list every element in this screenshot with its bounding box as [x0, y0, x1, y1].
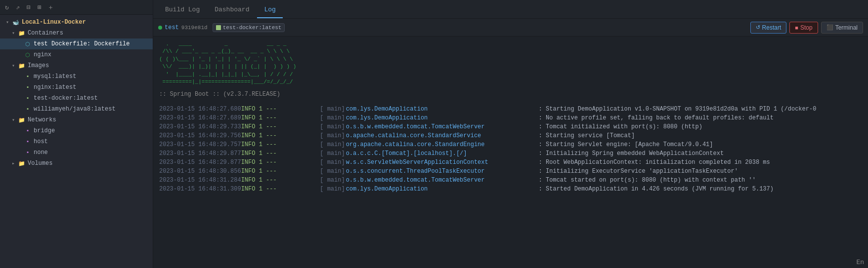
- images-label: Images: [28, 62, 49, 69]
- containers-icon: 📁: [18, 30, 26, 37]
- network-icon-none: ▪: [24, 149, 32, 156]
- stop-button[interactable]: ■ Stop: [789, 22, 818, 34]
- image-icon-williamyeh: ▪: [24, 106, 32, 113]
- add-icon[interactable]: ＋: [46, 3, 54, 11]
- container-status-dot: [158, 26, 162, 30]
- sidebar: ↻ ⇗ ⊟ ⊞ ＋ 🐋 Local-Linux-Docker 📁 Contain…: [0, 0, 153, 268]
- layout-icon[interactable]: ⊞: [36, 3, 43, 11]
- sidebar-item-image-testdocker[interactable]: ▪ test-docker:latest: [0, 93, 153, 104]
- root-label: Local-Linux-Docker: [22, 19, 86, 26]
- tab-dashboard[interactable]: Dashboard: [208, 1, 256, 18]
- sidebar-item-image-nginx[interactable]: ▪ nginx:latest: [0, 82, 153, 93]
- log-line: 2023-01-15 16:48:31.284 INFO 1 --- [ mai…: [159, 176, 862, 185]
- tab-bar: Build Log Dashboard Log: [153, 0, 868, 19]
- sidebar-item-network-bridge[interactable]: ▪ bridge: [0, 125, 153, 136]
- image-sq-icon: [216, 25, 221, 30]
- log-line: 2023-01-15 16:48:29.877 INFO 1 --- [ mai…: [159, 149, 862, 158]
- sidebar-item-root[interactable]: 🐋 Local-Linux-Docker: [0, 17, 153, 28]
- sidebar-item-images[interactable]: 📁 Images: [0, 60, 153, 71]
- log-line: 2023-01-15 16:48:29.756 INFO 1 --- [ mai…: [159, 131, 862, 140]
- spring-version: :: Spring Boot :: (v2.3.7.RELEASE): [159, 90, 862, 99]
- sidebar-item-network-none[interactable]: ▪ none: [0, 147, 153, 158]
- log-ts: 2023-01-15 16:48:29.756: [159, 131, 241, 140]
- tab-build-log[interactable]: Build Log: [158, 1, 207, 18]
- spring-banner: . ____ _ __ _ _ /\\ / ___'_ __ _ _(_)_ _…: [159, 40, 862, 86]
- network-label-host: host: [34, 138, 48, 145]
- log-class: o.s.b.w.embedded.tomcat.TomcatWebServer: [346, 122, 539, 131]
- filter-icon[interactable]: ⊟: [25, 3, 33, 11]
- log-level: INFO 1 ---: [241, 105, 277, 114]
- docker-icon: 🐋: [12, 19, 20, 26]
- containers-arrow: [12, 30, 18, 36]
- root-arrow: [6, 19, 12, 25]
- log-thread: [ main]: [277, 176, 346, 185]
- log-class: org.apache.catalina.core.StandardEngine: [346, 140, 539, 149]
- sidebar-item-container-nginx[interactable]: ⬡ nginx: [0, 49, 153, 60]
- volumes-folder-icon: 📁: [18, 160, 26, 167]
- network-label-none: none: [34, 149, 48, 156]
- log-ts: 2023-01-15 16:48:29.877: [159, 158, 241, 167]
- log-level: INFO 1 ---: [241, 149, 277, 158]
- log-msg: : Starting Servlet engine: [Apache Tomca…: [539, 140, 862, 149]
- sidebar-item-container-dockerfile[interactable]: ⬡ test Dockerfile: Dockerfile: [0, 38, 153, 49]
- volumes-label: Volumes: [28, 160, 52, 167]
- container-hash: 9319e81d: [181, 25, 208, 31]
- images-folder-icon: 📁: [18, 62, 26, 69]
- log-class: o.apache.catalina.core.StandardService: [346, 131, 539, 140]
- log-ts: 2023-01-15 16:48:29.733: [159, 122, 241, 131]
- log-level: INFO 1 ---: [241, 114, 277, 122]
- container-icon-0: ⬡: [24, 40, 32, 47]
- image-name: test-docker:latest: [223, 25, 282, 31]
- log-class: com.lys.DemoApplication: [346, 114, 539, 122]
- log-line: 2023-01-15 16:48:27.680 INFO 1 --- [ mai…: [159, 105, 862, 114]
- image-label-mysql: mysql:latest: [34, 73, 76, 80]
- refresh-icon[interactable]: ↻: [3, 3, 11, 11]
- network-icon-bridge: ▪: [24, 127, 32, 134]
- sidebar-item-containers[interactable]: 📁 Containers: [0, 28, 153, 38]
- log-line: 2023-01-15 16:48:27.689 INFO 1 --- [ mai…: [159, 114, 862, 122]
- sidebar-item-image-mysql[interactable]: ▪ mysql:latest: [0, 71, 153, 82]
- log-content[interactable]: . ____ _ __ _ _ /\\ / ___'_ __ _ _(_)_ _…: [153, 37, 868, 268]
- log-ts: 2023-01-15 16:48:27.680: [159, 105, 241, 114]
- log-line: 2023-01-15 16:48:31.309 INFO 1 --- [ mai…: [159, 185, 862, 193]
- sidebar-item-networks[interactable]: 📁 Networks: [0, 115, 153, 125]
- sidebar-item-image-williamyeh[interactable]: ▪ williamyeh/java8:latest: [0, 104, 153, 115]
- sidebar-toolbar: ↻ ⇗ ⊟ ⊞ ＋: [0, 0, 153, 15]
- log-thread: [ main]: [277, 158, 346, 167]
- tab-log[interactable]: Log: [257, 1, 282, 18]
- log-class: com.lys.DemoApplication: [346, 185, 539, 193]
- terminal-button[interactable]: ⬛ Terminal: [821, 22, 863, 34]
- network-label-bridge: bridge: [34, 127, 55, 134]
- log-lines: 2023-01-15 16:48:27.680 INFO 1 --- [ mai…: [159, 105, 862, 193]
- sidebar-item-volumes[interactable]: 📁 Volumes: [0, 158, 153, 169]
- sidebar-item-network-host[interactable]: ▪ host: [0, 136, 153, 147]
- log-level: INFO 1 ---: [241, 185, 277, 193]
- log-line: 2023-01-15 16:48:29.757 INFO 1 --- [ mai…: [159, 140, 862, 149]
- log-thread: [ main]: [277, 140, 346, 149]
- container-icon-1: ⬡: [24, 51, 32, 58]
- log-msg: : Root WebApplicationContext: initializa…: [539, 158, 862, 167]
- stop-icon: ■: [795, 25, 798, 31]
- containers-label: Containers: [28, 30, 63, 37]
- image-label-testdocker: test-docker:latest: [34, 95, 98, 102]
- log-ts: 2023-01-15 16:48:29.757: [159, 140, 241, 149]
- log-thread: [ main]: [277, 149, 346, 158]
- log-line: 2023-01-15 16:48:30.856 INFO 1 --- [ mai…: [159, 167, 862, 176]
- sidebar-tree: 🐋 Local-Linux-Docker 📁 Containers ⬡ test…: [0, 15, 153, 268]
- restart-button[interactable]: ↺ Restart: [750, 22, 787, 34]
- lang-indicator: En: [856, 259, 864, 266]
- log-thread: [ main]: [277, 185, 346, 193]
- log-thread: [ main]: [277, 167, 346, 176]
- log-msg: : Starting service [Tomcat]: [539, 131, 862, 140]
- networks-arrow: [12, 117, 18, 123]
- log-level: INFO 1 ---: [241, 140, 277, 149]
- volumes-arrow: [12, 160, 18, 166]
- log-ts: 2023-01-15 16:48:30.856: [159, 167, 241, 176]
- link-icon[interactable]: ⇗: [14, 3, 22, 11]
- main-panel: Build Log Dashboard Log test 9319e81d te…: [153, 0, 868, 268]
- log-ts: 2023-01-15 16:48:29.877: [159, 149, 241, 158]
- log-ts: 2023-01-15 16:48:31.284: [159, 176, 241, 185]
- log-level: INFO 1 ---: [241, 131, 277, 140]
- log-level: INFO 1 ---: [241, 122, 277, 131]
- image-icon-testdocker: ▪: [24, 95, 32, 102]
